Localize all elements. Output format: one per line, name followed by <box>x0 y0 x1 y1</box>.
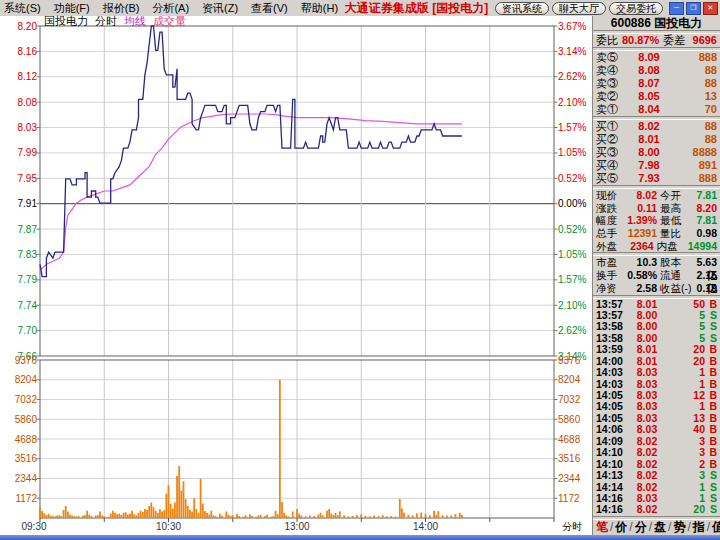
stat-row: 涨跌0.11最高8.20 <box>593 202 720 215</box>
svg-text:9376: 9376 <box>15 355 38 366</box>
quote-panel: 600886 国投电力 委比 80.87% 委差 9696 卖⑤8.09888卖… <box>592 16 720 535</box>
minimize-icon[interactable]: ─ <box>669 2 684 15</box>
stats-block-2: 市盈10.3股本5.63亿换手0.58%流通2.15亿净资2.58收益(-)0.… <box>593 256 720 294</box>
stock-header: 600886 国投电力 <box>593 16 720 30</box>
tab-指[interactable]: 指 <box>692 520 706 535</box>
svg-text:3.14%: 3.14% <box>558 46 586 57</box>
stat-label: 最高 <box>660 202 693 215</box>
menu-item-6[interactable]: 帮助(H) <box>301 1 338 16</box>
svg-text:2.10%: 2.10% <box>558 300 586 311</box>
svg-text:7.99: 7.99 <box>18 147 38 158</box>
stat-label: 净资 <box>596 282 621 295</box>
chart-legend: 国投电力分时均线成交量 <box>44 16 186 27</box>
menu-item-0[interactable]: 系统(S) <box>4 1 41 16</box>
tab-笔[interactable]: 笔 <box>595 520 609 535</box>
svg-text:3516: 3516 <box>558 453 581 464</box>
ask-row[interactable]: 卖③8.0788 <box>593 77 720 90</box>
tick-row[interactable]: 14:038.031B <box>593 367 720 378</box>
tick-price: 8.01 <box>626 344 668 355</box>
tick-side: B <box>705 447 717 458</box>
ask-row-label: 卖④ <box>596 64 626 77</box>
ask-row[interactable]: 卖⑤8.09888 <box>593 51 720 64</box>
bid-row[interactable]: 买⑤7.93888 <box>593 172 720 185</box>
tab-价[interactable]: 价 <box>614 520 628 535</box>
svg-text:3.67%: 3.67% <box>558 21 586 32</box>
stat-value: 2.15亿 <box>693 269 717 282</box>
bid-row[interactable]: 买①8.0288 <box>593 120 720 133</box>
stat-value: 5.63亿 <box>693 256 717 269</box>
ask-row-price: 8.04 <box>626 103 672 116</box>
svg-text:8.20: 8.20 <box>18 21 38 32</box>
svg-text:8.12: 8.12 <box>18 71 38 82</box>
stat-label: 内盘 <box>657 240 688 253</box>
menu-item-4[interactable]: 资讯(Z) <box>202 1 238 16</box>
svg-text:1172: 1172 <box>558 493 580 504</box>
quick-button-1[interactable]: 聊天大厅 <box>552 2 606 15</box>
menu-item-3[interactable]: 分析(A) <box>152 1 189 16</box>
legend-item-1: 分时 <box>95 16 117 27</box>
tab-分[interactable]: 分 <box>634 520 648 535</box>
svg-text:09:30: 09:30 <box>21 521 46 532</box>
tick-time: 14:13 <box>596 470 626 481</box>
close-icon[interactable]: ✕ <box>703 2 718 15</box>
stat-value: 14994 <box>688 240 717 253</box>
tick-volume: 20 <box>668 344 705 355</box>
svg-text:8.03: 8.03 <box>18 122 38 133</box>
stat-value: 10.3 <box>621 256 657 269</box>
tab-势[interactable]: 势 <box>672 520 686 535</box>
stat-label: 幅度 <box>596 214 621 227</box>
svg-text:2.62%: 2.62% <box>558 325 586 336</box>
svg-text:7.95: 7.95 <box>18 173 38 184</box>
svg-text:1.05%: 1.05% <box>558 249 586 260</box>
tick-volume: 1 <box>668 367 705 378</box>
panel-tabs: 笔/价/分/盘/势/指/值/单/ <box>593 520 720 535</box>
stat-label: 现价 <box>596 189 621 202</box>
stat-row: 市盈10.3股本5.63亿 <box>593 256 720 269</box>
menu-item-1[interactable]: 功能(F) <box>54 1 90 16</box>
tick-row[interactable]: 13:598.0120B <box>593 344 720 355</box>
stats-block-1: 现价8.02今开7.81涨跌0.11最高8.20幅度1.39%最低7.81总手1… <box>593 189 720 252</box>
svg-text:5860: 5860 <box>558 414 581 425</box>
menu-item-2[interactable]: 报价(B) <box>103 1 140 16</box>
bid-row-price: 7.93 <box>626 172 672 185</box>
ask-row[interactable]: 卖②8.0513 <box>593 90 720 103</box>
ask-row-volume: 70 <box>672 103 717 116</box>
restore-icon[interactable]: ❐ <box>686 2 701 15</box>
legend-item-0: 国投电力 <box>44 16 88 27</box>
bid-row[interactable]: 买③8.008888 <box>593 146 720 159</box>
stock-code-name: 600886 国投电力 <box>611 16 702 30</box>
bid-row[interactable]: 买④7.98891 <box>593 159 720 172</box>
menu-item-5[interactable]: 查看(V) <box>251 1 288 16</box>
svg-text:8204: 8204 <box>15 374 38 385</box>
ask-row[interactable]: 卖④8.0888 <box>593 64 720 77</box>
bid-row-volume: 8888 <box>672 146 717 159</box>
tick-time: 14:10 <box>596 447 626 458</box>
stat-row: 换手0.58%流通2.15亿 <box>593 269 720 282</box>
svg-text:0.52%: 0.52% <box>558 224 586 235</box>
stat-label: 总手 <box>596 227 621 240</box>
quick-buttons: 资讯系统聊天大厅交易委托 <box>495 2 663 15</box>
intraday-chart[interactable]: 8.208.168.128.088.037.997.957.917.877.83… <box>0 16 592 535</box>
tick-list: 13:578.0150B13:578.005S13:588.005S13:588… <box>593 299 720 517</box>
bid-row-volume: 888 <box>672 172 717 185</box>
ask-row[interactable]: 卖①8.0470 <box>593 103 720 116</box>
stat-label: 外盘 <box>596 240 620 253</box>
window-bottom-border <box>0 535 720 540</box>
stat-value: 8.20 <box>693 202 717 215</box>
bid-row[interactable]: 买②8.0188 <box>593 133 720 146</box>
stat-value: 2364 <box>620 240 654 253</box>
tab-值[interactable]: 值 <box>711 520 720 535</box>
tick-side: B <box>705 367 717 378</box>
legend-item-3: 成交量 <box>153 16 186 27</box>
bid-row-volume: 88 <box>672 133 717 146</box>
tab-盘[interactable]: 盘 <box>653 520 667 535</box>
quick-button-2[interactable]: 交易委托 <box>609 2 663 15</box>
bid-row-price: 8.00 <box>626 146 672 159</box>
tick-row[interactable]: 14:108.023B <box>593 447 720 458</box>
svg-text:7.79: 7.79 <box>18 274 38 285</box>
stat-value: 8.02 <box>621 189 657 202</box>
ask-row-volume: 13 <box>672 90 717 103</box>
stat-value: 0.11 <box>621 202 657 215</box>
tick-row[interactable]: 14:138.023S <box>593 470 720 481</box>
quick-button-0[interactable]: 资讯系统 <box>495 2 549 15</box>
